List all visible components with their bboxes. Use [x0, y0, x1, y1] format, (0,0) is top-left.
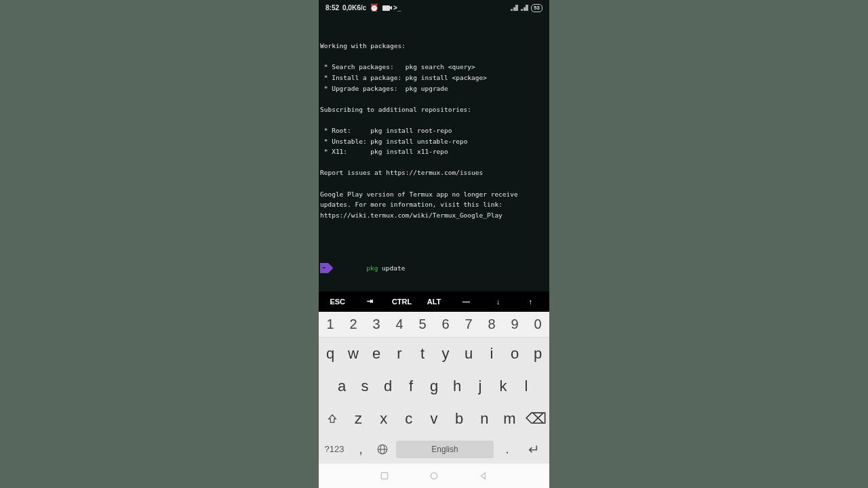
- soft-keyboard: 1234567890 qwertyuiop asdfghjkl zxcvbnm …: [319, 312, 549, 464]
- terminal-line: * Root: pkg install root-repo: [320, 125, 548, 136]
- key-d[interactable]: d: [376, 370, 399, 403]
- key-r[interactable]: r: [388, 338, 411, 370]
- key-o[interactable]: o: [503, 338, 526, 370]
- video-icon: [382, 5, 390, 11]
- key-p[interactable]: p: [526, 338, 549, 370]
- nav-home[interactable]: [428, 470, 440, 482]
- nav-recent[interactable]: [378, 470, 391, 482]
- terminal-line: Subscribing to additional repositories:: [320, 104, 548, 115]
- terminal-line: [320, 52, 548, 62]
- key-8[interactable]: 8: [480, 312, 503, 337]
- signal-icon-2: [521, 5, 528, 11]
- phone-frame: 8:52 0,0K6/c ⏰ >_ 53 Working with packag…: [319, 0, 549, 488]
- key-y[interactable]: y: [434, 338, 457, 370]
- key-alt[interactable]: ALT: [418, 298, 450, 306]
- key-6[interactable]: 6: [434, 312, 457, 337]
- key-m[interactable]: m: [497, 403, 522, 435]
- status-bar: 8:52 0,0K6/c ⏰ >_ 53: [319, 0, 549, 16]
- prompt-badge: ~: [320, 263, 328, 274]
- nav-back[interactable]: [477, 470, 490, 482]
- key-7[interactable]: 7: [457, 312, 480, 337]
- prompt-command-pkg: pkg: [366, 264, 378, 272]
- key-q[interactable]: q: [319, 338, 342, 370]
- key-c[interactable]: c: [396, 403, 421, 435]
- key-space[interactable]: English: [396, 441, 494, 458]
- key-j[interactable]: j: [469, 370, 492, 403]
- terminal-line: https://wiki.termux.com/wiki/Termux_Goog…: [320, 210, 548, 221]
- android-nav-bar: [319, 464, 549, 488]
- key-up[interactable]: ↑: [515, 298, 547, 306]
- key-backspace[interactable]: ⌫: [522, 403, 549, 435]
- key-9[interactable]: 9: [503, 312, 526, 337]
- terminal-output[interactable]: Working with packages: * Search packages…: [319, 16, 549, 291]
- key-u[interactable]: u: [457, 338, 480, 370]
- key-2[interactable]: 2: [342, 312, 365, 337]
- alarm-icon: ⏰: [370, 3, 379, 12]
- key-esc[interactable]: ESC: [321, 298, 353, 306]
- terminal-line: [320, 157, 548, 168]
- prompt-command-args: update: [378, 264, 405, 272]
- key-enter[interactable]: ↵: [518, 441, 549, 458]
- terminal-line: Working with packages:: [320, 41, 548, 52]
- key-e[interactable]: e: [365, 338, 388, 370]
- key-period[interactable]: .: [496, 441, 518, 457]
- terminal-line: * Search packages: pkg search <query>: [320, 62, 548, 73]
- signal-icon-1: [511, 5, 518, 11]
- key-symbols[interactable]: ?123: [319, 444, 350, 454]
- terminal-line: [320, 94, 548, 104]
- key-h[interactable]: h: [446, 370, 469, 403]
- key-4[interactable]: 4: [388, 312, 411, 337]
- key-comma[interactable]: ,: [350, 441, 372, 457]
- svg-point-4: [431, 472, 437, 479]
- svg-rect-3: [381, 472, 387, 479]
- key-a[interactable]: a: [330, 370, 353, 403]
- key-3[interactable]: 3: [365, 312, 388, 337]
- key-1[interactable]: 1: [319, 312, 342, 337]
- key-s[interactable]: s: [353, 370, 376, 403]
- terminal-line: [320, 115, 548, 125]
- terminal-line: [320, 220, 548, 231]
- key-x[interactable]: x: [371, 403, 396, 435]
- battery-indicator: 53: [531, 4, 542, 12]
- terminal-line: updates. For more information, visit thi…: [320, 199, 548, 210]
- terminal-line: Report issues at https://termux.com/issu…: [320, 167, 548, 178]
- key-dash[interactable]: —: [450, 298, 482, 306]
- key-i[interactable]: i: [480, 338, 503, 370]
- key-0[interactable]: 0: [526, 312, 549, 337]
- terminal-line: [320, 178, 548, 189]
- key-language[interactable]: [372, 443, 393, 455]
- key-k[interactable]: k: [492, 370, 515, 403]
- terminal-line: * X11: pkg install x11-repo: [320, 146, 548, 157]
- terminal-line: * Install a package: pkg install <packag…: [320, 73, 548, 83]
- prompt-line: ~ pkg update: [320, 252, 548, 284]
- key-shift[interactable]: [319, 403, 346, 435]
- key-z[interactable]: z: [346, 403, 371, 435]
- key-b[interactable]: b: [447, 403, 472, 435]
- key-ctrl[interactable]: CTRL: [386, 298, 418, 306]
- terminal-line: Google Play version of Termux app no lon…: [320, 189, 548, 200]
- key-v[interactable]: v: [421, 403, 446, 435]
- terminal-line: * Upgrade packages: pkg upgrade: [320, 83, 548, 94]
- key-n[interactable]: n: [472, 403, 497, 435]
- terminal-icon: >_: [393, 4, 401, 12]
- key-l[interactable]: l: [515, 370, 538, 403]
- key-w[interactable]: w: [342, 338, 365, 370]
- key-f[interactable]: f: [399, 370, 422, 403]
- key-t[interactable]: t: [411, 338, 434, 370]
- key-g[interactable]: g: [422, 370, 446, 403]
- extra-keys-row: ESC ⇥ CTRL ALT — ↓ ↑: [319, 291, 549, 312]
- status-time: 8:52: [326, 4, 339, 12]
- terminal-line: * Unstable: pkg install unstable-repo: [320, 136, 548, 147]
- status-net: 0,0K6/c: [342, 4, 366, 12]
- key-5[interactable]: 5: [411, 312, 434, 337]
- key-down[interactable]: ↓: [482, 298, 514, 306]
- key-tab[interactable]: ⇥: [353, 297, 385, 306]
